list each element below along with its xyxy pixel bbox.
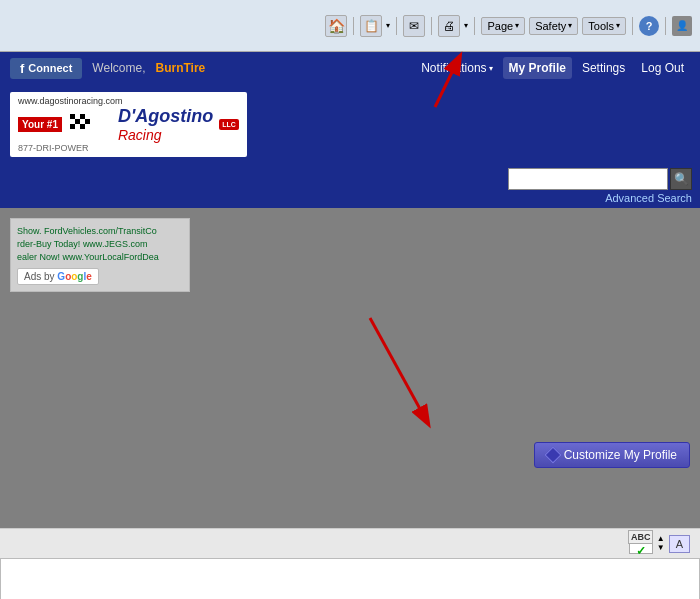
svg-rect-10 [70,124,75,129]
ad-item-1[interactable]: Show. FordVehicles.com/TransitCo [17,225,183,236]
svg-rect-3 [75,114,80,119]
home-icon[interactable]: 🏠 [325,15,347,37]
rss-caret[interactable]: ▾ [386,21,390,30]
ad-text-2: rder-Buy Today! [17,239,83,249]
page-menu-btn[interactable]: Page ▾ [481,17,525,35]
search-bar: 🔍 Advanced Search [0,164,700,208]
svg-rect-7 [75,119,80,124]
font-btn-label: A [676,538,683,550]
settings-link[interactable]: Settings [576,57,631,79]
fb-icon: f [20,61,24,76]
separator6 [665,17,666,35]
brand-racing: Racing [118,127,213,143]
logo-tagline1: Your #1 [18,117,62,132]
help-icon[interactable]: ? [639,16,659,36]
separator5 [632,17,633,35]
search-row: 🔍 [508,168,692,190]
separator [353,17,354,35]
ads-by-label: Ads by [24,271,57,282]
abc-label: ABC [628,530,654,544]
connect-label: Connect [28,62,72,74]
page-menu-label: Page [487,20,513,32]
mail-icon[interactable]: ✉ [403,15,425,37]
notifications-caret: ▾ [489,64,493,73]
svg-rect-8 [80,119,85,124]
customize-profile-button[interactable]: Customize My Profile [534,442,690,468]
svg-rect-5 [85,114,90,119]
tools-caret: ▾ [616,21,620,30]
nav-bar: f Connect Welcome, BurnTire Notification… [0,52,700,84]
brand-name: D'Agostino [118,106,213,127]
sort-arrows[interactable]: ▲ ▼ [657,535,665,552]
advanced-search-link[interactable]: Advanced Search [605,192,692,204]
safety-caret: ▾ [568,21,572,30]
customize-diamond-icon [544,447,561,464]
ads-panel: Show. FordVehicles.com/TransitCo rder-Bu… [10,218,190,292]
svg-rect-2 [70,114,75,119]
google-e: e [86,271,92,282]
ad-item-3[interactable]: ealer Now! www.YourLocalFordDea [17,251,183,262]
search-input[interactable] [508,168,668,190]
llc-badge: LLC [219,119,239,130]
separator4 [474,17,475,35]
svg-rect-11 [75,124,80,129]
logo-brand: Your #1 [18,106,239,143]
notifications-label: Notifications [421,61,486,75]
fb-connect-button[interactable]: f Connect [10,58,82,79]
print-icon[interactable]: 🖨 [438,15,460,37]
tools-menu-label: Tools [588,20,614,32]
ad-url-2: www.JEGS.com [83,239,148,249]
browser-toolbar: 🏠 📋 ▾ ✉ 🖨 ▾ Page ▾ Safety ▾ Tools ▾ [0,0,700,52]
spell-check-icon[interactable]: ABC ✓ [629,534,653,554]
ad-text-3: ealer Now! [17,252,63,262]
nav-links: Notifications ▾ My Profile Settings Log … [415,57,690,79]
svg-rect-9 [85,119,90,124]
notifications-link[interactable]: Notifications ▾ [415,57,498,79]
brand-part1: D'Agostino [118,106,213,126]
down-arrow-icon: ▼ [657,544,665,552]
svg-rect-4 [80,114,85,119]
my-profile-link[interactable]: My Profile [503,57,572,79]
rss-icon[interactable]: 📋 [360,15,382,37]
logout-label: Log Out [641,61,684,75]
username-label: BurnTire [155,61,205,75]
checkmark-icon: ✓ [636,544,646,558]
your1-text: Your #1 [22,119,58,130]
ads-by-google: Ads by Google [17,268,99,285]
logo-url: www.dagostinoracing.com [18,96,123,106]
separator2 [396,17,397,35]
main-area: Show. FordVehicles.com/TransitCo rder-Bu… [0,208,700,528]
safety-menu-btn[interactable]: Safety ▾ [529,17,578,35]
phone-number: 877-DRI-POWER [18,143,89,153]
ad-url-1: FordVehicles.com/TransitCo [44,226,157,236]
svg-rect-13 [85,124,90,129]
google-g: G [57,271,65,282]
annotation-arrow-2 [340,308,460,438]
ad-url-3: www.YourLocalFordDea [63,252,159,262]
my-profile-label: My Profile [509,61,566,75]
advanced-search-label: Advanced Search [605,192,692,204]
user-icon[interactable]: 👤 [672,16,692,36]
svg-rect-12 [80,124,85,129]
ad-text-1: Show. [17,226,44,236]
font-size-button[interactable]: A [669,535,690,553]
ad-item-2[interactable]: rder-Buy Today! www.JEGS.com [17,238,183,249]
settings-label: Settings [582,61,625,75]
print-caret[interactable]: ▾ [464,21,468,30]
logo-box: www.dagostinoracing.com Your #1 [10,92,247,157]
up-arrow-icon: ▲ [657,535,665,543]
svg-line-15 [370,318,425,418]
tools-menu-btn[interactable]: Tools ▾ [582,17,626,35]
svg-rect-6 [70,119,75,124]
bottom-toolbar: ABC ✓ ▲ ▼ A [0,528,700,558]
nav-section: f Connect Welcome, BurnTire Notification… [0,52,700,84]
page-caret: ▾ [515,21,519,30]
safety-menu-label: Safety [535,20,566,32]
browser-window: 🏠 📋 ▾ ✉ 🖨 ▾ Page ▾ Safety ▾ Tools ▾ [0,0,700,599]
checkered-flag-icon [70,114,110,134]
search-button[interactable]: 🔍 [670,168,692,190]
logout-link[interactable]: Log Out [635,57,690,79]
site-header: www.dagostinoracing.com Your #1 [0,84,700,164]
content-area [0,558,700,599]
customize-label: Customize My Profile [564,448,677,462]
